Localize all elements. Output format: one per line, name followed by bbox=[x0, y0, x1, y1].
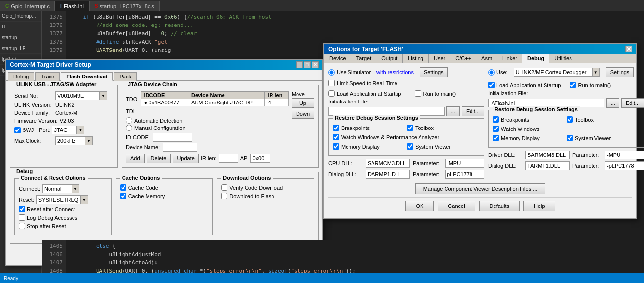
right-edit-btn[interactable]: Edit... bbox=[621, 98, 644, 108]
left-toolbox-cb[interactable] bbox=[407, 125, 413, 131]
options-tab-asm[interactable]: Asm bbox=[476, 54, 497, 63]
options-defaults-btn[interactable]: Defaults bbox=[479, 201, 520, 211]
add-btn[interactable]: Add bbox=[126, 154, 145, 163]
with-restrictions-link[interactable]: with restrictions bbox=[376, 69, 414, 75]
options-help-btn[interactable]: Help bbox=[523, 201, 555, 211]
right-sysviewer-row: System Viewer bbox=[567, 135, 640, 141]
right-sysviewer-cb[interactable] bbox=[567, 135, 573, 141]
sidebar-item-startup-lp[interactable]: startup_LP bbox=[0, 43, 41, 54]
left-run-to-main-cb[interactable] bbox=[415, 90, 421, 97]
options-tab-utilities[interactable]: Utilities bbox=[549, 54, 577, 63]
left-settings-btn[interactable]: Settings bbox=[420, 67, 448, 77]
connect-dropdown[interactable]: ▼ bbox=[72, 184, 79, 193]
device-name-input[interactable] bbox=[163, 143, 197, 152]
right-browse-btn[interactable]: ... bbox=[606, 98, 619, 108]
options-tab-linker[interactable]: Linker bbox=[497, 54, 522, 63]
options-close-btn[interactable]: ✕ bbox=[625, 46, 632, 52]
maximize-btn[interactable]: □ bbox=[304, 61, 311, 68]
right-settings-btn[interactable]: Settings bbox=[606, 67, 634, 77]
right-run-to-main-cb[interactable] bbox=[570, 82, 576, 88]
log-debug-cb[interactable] bbox=[19, 214, 25, 221]
right-breakpoints-cb[interactable] bbox=[493, 116, 499, 123]
tab-flash-download[interactable]: Flash Download bbox=[61, 72, 113, 81]
options-tab-cpp[interactable]: C/C++ bbox=[450, 54, 476, 63]
left-memory-cb[interactable] bbox=[333, 143, 339, 150]
options-ok-btn[interactable]: OK bbox=[405, 201, 434, 211]
tab-startup[interactable]: S startup_LPC177x_8x.s bbox=[89, 1, 160, 11]
options-tab-device[interactable]: Device bbox=[324, 54, 351, 63]
reset-after-connect-cb[interactable] bbox=[19, 206, 25, 212]
serial-no-input[interactable] bbox=[55, 91, 99, 100]
port-input[interactable] bbox=[52, 126, 76, 134]
left-watch-cb[interactable] bbox=[333, 134, 339, 140]
ir-len-input[interactable] bbox=[219, 154, 238, 163]
bottom-code-content[interactable]: else { u8LightAdjustMod u8LightActoAdju … bbox=[66, 240, 644, 273]
left-cpu-dll-input[interactable] bbox=[366, 159, 410, 168]
right-driver-dll-input[interactable] bbox=[525, 151, 570, 159]
use-debugger-radio[interactable] bbox=[488, 69, 495, 76]
right-dialog-dll-input[interactable] bbox=[525, 161, 570, 170]
reset-after-connect-label: Reset after Connect bbox=[27, 206, 75, 212]
options-tab-user[interactable]: User bbox=[429, 54, 450, 63]
swj-checkbox[interactable] bbox=[14, 127, 21, 133]
left-dialog-dll-input[interactable] bbox=[366, 170, 410, 179]
debug-group-title: Debug bbox=[14, 168, 35, 174]
right-toolbox-cb[interactable] bbox=[567, 116, 573, 123]
max-clock-dropdown[interactable]: ▼ bbox=[85, 136, 93, 145]
connect-input[interactable] bbox=[42, 184, 72, 193]
cache-memory-cb[interactable] bbox=[120, 193, 126, 199]
down-btn[interactable]: Down bbox=[292, 109, 314, 119]
left-browse-btn[interactable]: ... bbox=[446, 106, 460, 116]
left-load-cb[interactable] bbox=[328, 90, 335, 97]
options-tab-listing[interactable]: Listing bbox=[403, 54, 429, 63]
use-simulator-radio[interactable] bbox=[328, 69, 335, 76]
port-dropdown[interactable]: ▼ bbox=[76, 126, 84, 134]
right-driver-param-input[interactable] bbox=[605, 151, 644, 159]
manage-component-btn[interactable]: Manage Component Viewer Description File… bbox=[415, 183, 546, 194]
tab-pack[interactable]: Pack bbox=[114, 72, 136, 81]
status-bar: Ready bbox=[0, 273, 644, 283]
tab-debug[interactable]: Debug bbox=[8, 72, 34, 81]
update-btn[interactable]: Update bbox=[173, 154, 198, 163]
debugger-dropdown[interactable]: ▼ bbox=[592, 68, 600, 77]
reset-dropdown[interactable]: ▼ bbox=[80, 195, 88, 204]
verify-code-cb[interactable] bbox=[221, 184, 227, 191]
ap-input[interactable] bbox=[250, 154, 270, 163]
tab-flash[interactable]: I Flash.ini bbox=[55, 1, 89, 11]
download-to-flash-cb[interactable] bbox=[221, 193, 227, 199]
reset-input[interactable] bbox=[36, 195, 80, 204]
left-edit-btn[interactable]: Edit... bbox=[462, 106, 484, 116]
options-tab-output[interactable]: Output bbox=[376, 54, 403, 63]
options-tab-debug[interactable]: Debug bbox=[522, 54, 549, 63]
sidebar-item-startup[interactable]: startup bbox=[0, 32, 41, 43]
sidebar-item-h[interactable]: H bbox=[0, 22, 41, 32]
left-dialog-param-input[interactable] bbox=[445, 170, 484, 179]
delete-btn[interactable]: Delete bbox=[147, 154, 171, 163]
options-tab-target[interactable]: Target bbox=[351, 54, 377, 63]
left-cpu-param-input[interactable] bbox=[445, 159, 484, 168]
sidebar-item-gpio[interactable]: Gpio_Interrup... bbox=[0, 11, 41, 22]
options-cancel-btn[interactable]: Cancel bbox=[438, 201, 475, 211]
tab-gpio[interactable]: C Gpio_Interrupt.c bbox=[0, 1, 55, 11]
max-clock-input[interactable] bbox=[55, 136, 85, 145]
limit-speed-cb[interactable] bbox=[328, 80, 335, 86]
right-watch-cb[interactable] bbox=[493, 126, 499, 132]
debugger-input[interactable] bbox=[514, 68, 592, 77]
manual-config-radio[interactable] bbox=[126, 125, 132, 131]
right-memory-cb[interactable] bbox=[493, 135, 499, 141]
right-load-label: Load Application at Startup bbox=[496, 82, 561, 88]
left-breakpoints-cb[interactable] bbox=[333, 125, 339, 131]
tab-trace[interactable]: Trace bbox=[35, 72, 60, 81]
minimize-btn[interactable]: ─ bbox=[296, 61, 303, 68]
id-code-input[interactable] bbox=[153, 133, 192, 142]
stop-after-reset-cb[interactable] bbox=[19, 223, 25, 229]
right-dialog-param-input[interactable] bbox=[605, 161, 644, 170]
right-load-cb[interactable] bbox=[488, 82, 495, 88]
left-sysviewer-cb[interactable] bbox=[407, 143, 413, 150]
cache-code-cb[interactable] bbox=[120, 184, 126, 191]
right-run-to-main-label: Run to main() bbox=[578, 82, 611, 88]
close-btn[interactable]: ✕ bbox=[312, 61, 319, 68]
serial-no-dropdown[interactable]: ▼ bbox=[99, 91, 107, 100]
up-btn[interactable]: Up bbox=[292, 98, 314, 108]
auto-detect-radio[interactable] bbox=[126, 117, 132, 124]
